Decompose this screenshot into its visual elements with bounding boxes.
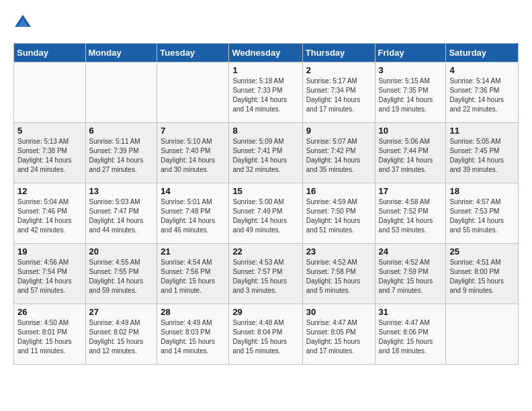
calendar-cell: 31Sunrise: 4:47 AM Sunset: 8:06 PM Dayli… (375, 304, 446, 365)
calendar-cell: 10Sunrise: 5:06 AM Sunset: 7:44 PM Dayli… (375, 123, 446, 183)
day-detail: Sunrise: 5:14 AM Sunset: 7:36 PM Dayligh… (449, 77, 515, 114)
calendar-table: SundayMondayTuesdayWednesdayThursdayFrid… (13, 43, 519, 365)
calendar-cell: 11Sunrise: 5:05 AM Sunset: 7:45 PM Dayli… (446, 123, 519, 183)
day-detail: Sunrise: 4:58 AM Sunset: 7:52 PM Dayligh… (379, 197, 443, 235)
day-number: 10 (379, 126, 443, 136)
day-detail: Sunrise: 5:01 AM Sunset: 7:48 PM Dayligh… (161, 197, 225, 235)
day-detail: Sunrise: 4:48 AM Sunset: 8:04 PM Dayligh… (232, 318, 298, 356)
day-detail: Sunrise: 4:50 AM Sunset: 8:01 PM Dayligh… (17, 318, 82, 356)
day-detail: Sunrise: 5:09 AM Sunset: 7:41 PM Dayligh… (232, 137, 298, 175)
day-detail: Sunrise: 4:49 AM Sunset: 8:02 PM Dayligh… (89, 318, 154, 356)
day-number: 3 (379, 65, 443, 75)
calendar-cell: 14Sunrise: 5:01 AM Sunset: 7:48 PM Dayli… (157, 183, 229, 244)
day-number: 28 (161, 307, 225, 317)
day-number: 6 (89, 126, 154, 136)
day-number: 11 (449, 126, 515, 136)
day-detail: Sunrise: 5:13 AM Sunset: 7:38 PM Dayligh… (17, 137, 82, 175)
day-detail: Sunrise: 4:49 AM Sunset: 8:03 PM Dayligh… (161, 318, 225, 356)
week-row-4: 19Sunrise: 4:56 AM Sunset: 7:54 PM Dayli… (14, 244, 519, 304)
day-number: 4 (449, 65, 515, 75)
day-number: 25 (449, 246, 515, 257)
day-number: 9 (306, 126, 371, 136)
calendar-cell: 5Sunrise: 5:13 AM Sunset: 7:38 PM Daylig… (14, 123, 86, 183)
calendar-cell: 12Sunrise: 5:04 AM Sunset: 7:46 PM Dayli… (14, 183, 86, 244)
day-number: 8 (232, 126, 298, 136)
day-number: 5 (17, 126, 82, 136)
day-detail: Sunrise: 4:59 AM Sunset: 7:50 PM Dayligh… (306, 197, 371, 235)
day-number: 26 (17, 307, 82, 317)
day-detail: Sunrise: 4:53 AM Sunset: 7:57 PM Dayligh… (232, 258, 298, 295)
day-number: 27 (89, 307, 154, 317)
calendar-cell (85, 62, 157, 123)
day-detail: Sunrise: 4:52 AM Sunset: 7:58 PM Dayligh… (306, 258, 371, 295)
day-number: 7 (161, 126, 225, 136)
calendar-cell: 4Sunrise: 5:14 AM Sunset: 7:36 PM Daylig… (446, 62, 519, 123)
calendar-cell: 28Sunrise: 4:49 AM Sunset: 8:03 PM Dayli… (157, 304, 229, 365)
day-number: 17 (379, 186, 443, 196)
calendar-cell: 8Sunrise: 5:09 AM Sunset: 7:41 PM Daylig… (229, 123, 302, 183)
day-number: 30 (306, 307, 371, 317)
day-number: 21 (161, 246, 225, 257)
day-detail: Sunrise: 4:55 AM Sunset: 7:55 PM Dayligh… (89, 258, 154, 295)
calendar-cell: 29Sunrise: 4:48 AM Sunset: 8:04 PM Dayli… (229, 304, 302, 365)
day-detail: Sunrise: 5:15 AM Sunset: 7:35 PM Dayligh… (379, 77, 443, 114)
header-cell-thursday: Thursday (302, 44, 375, 62)
day-number: 14 (161, 186, 225, 196)
header-cell-sunday: Sunday (14, 44, 86, 62)
calendar-cell (157, 62, 229, 123)
day-number: 12 (17, 186, 82, 196)
calendar-cell: 26Sunrise: 4:50 AM Sunset: 8:01 PM Dayli… (14, 304, 86, 365)
day-detail: Sunrise: 5:04 AM Sunset: 7:46 PM Dayligh… (17, 197, 82, 235)
day-number: 19 (17, 246, 82, 257)
day-detail: Sunrise: 4:47 AM Sunset: 8:06 PM Dayligh… (379, 318, 443, 356)
calendar-header: SundayMondayTuesdayWednesdayThursdayFrid… (14, 44, 519, 62)
header-cell-tuesday: Tuesday (157, 44, 229, 62)
calendar-cell: 6Sunrise: 5:11 AM Sunset: 7:39 PM Daylig… (85, 123, 157, 183)
header-cell-monday: Monday (85, 44, 157, 62)
day-detail: Sunrise: 4:52 AM Sunset: 7:59 PM Dayligh… (379, 258, 443, 295)
calendar-cell: 18Sunrise: 4:57 AM Sunset: 7:53 PM Dayli… (446, 183, 519, 244)
calendar-cell: 25Sunrise: 4:51 AM Sunset: 8:00 PM Dayli… (446, 244, 519, 304)
day-number: 2 (306, 65, 371, 75)
day-number: 31 (379, 307, 443, 317)
day-detail: Sunrise: 5:17 AM Sunset: 7:34 PM Dayligh… (306, 77, 371, 114)
calendar-cell: 21Sunrise: 4:54 AM Sunset: 7:56 PM Dayli… (157, 244, 229, 304)
logo-icon (13, 13, 32, 32)
calendar-cell (14, 62, 86, 123)
week-row-3: 12Sunrise: 5:04 AM Sunset: 7:46 PM Dayli… (14, 183, 519, 244)
calendar-cell: 2Sunrise: 5:17 AM Sunset: 7:34 PM Daylig… (302, 62, 375, 123)
day-detail: Sunrise: 5:10 AM Sunset: 7:40 PM Dayligh… (161, 137, 225, 175)
week-row-2: 5Sunrise: 5:13 AM Sunset: 7:38 PM Daylig… (14, 123, 519, 183)
day-detail: Sunrise: 4:54 AM Sunset: 7:56 PM Dayligh… (161, 258, 225, 295)
header-cell-wednesday: Wednesday (229, 44, 302, 62)
day-detail: Sunrise: 5:06 AM Sunset: 7:44 PM Dayligh… (379, 137, 443, 175)
day-number: 22 (232, 246, 298, 257)
calendar-cell: 24Sunrise: 4:52 AM Sunset: 7:59 PM Dayli… (375, 244, 446, 304)
page-header (13, 13, 519, 32)
day-detail: Sunrise: 5:18 AM Sunset: 7:33 PM Dayligh… (232, 77, 298, 114)
day-detail: Sunrise: 4:56 AM Sunset: 7:54 PM Dayligh… (17, 258, 82, 295)
day-detail: Sunrise: 4:51 AM Sunset: 8:00 PM Dayligh… (449, 258, 515, 295)
day-detail: Sunrise: 5:03 AM Sunset: 7:47 PM Dayligh… (89, 197, 154, 235)
calendar-cell: 16Sunrise: 4:59 AM Sunset: 7:50 PM Dayli… (302, 183, 375, 244)
day-number: 1 (232, 65, 298, 75)
calendar-cell: 27Sunrise: 4:49 AM Sunset: 8:02 PM Dayli… (85, 304, 157, 365)
week-row-1: 1Sunrise: 5:18 AM Sunset: 7:33 PM Daylig… (14, 62, 519, 123)
calendar-cell: 19Sunrise: 4:56 AM Sunset: 7:54 PM Dayli… (14, 244, 86, 304)
calendar-cell: 30Sunrise: 4:47 AM Sunset: 8:05 PM Dayli… (302, 304, 375, 365)
day-detail: Sunrise: 4:47 AM Sunset: 8:05 PM Dayligh… (306, 318, 371, 356)
calendar-cell: 3Sunrise: 5:15 AM Sunset: 7:35 PM Daylig… (375, 62, 446, 123)
calendar-cell (446, 304, 519, 365)
day-detail: Sunrise: 5:11 AM Sunset: 7:39 PM Dayligh… (89, 137, 154, 175)
day-number: 23 (306, 246, 371, 257)
day-number: 20 (89, 246, 154, 257)
calendar-cell: 23Sunrise: 4:52 AM Sunset: 7:58 PM Dayli… (302, 244, 375, 304)
day-detail: Sunrise: 5:00 AM Sunset: 7:49 PM Dayligh… (232, 197, 298, 235)
day-detail: Sunrise: 5:07 AM Sunset: 7:42 PM Dayligh… (306, 137, 371, 175)
calendar-cell: 1Sunrise: 5:18 AM Sunset: 7:33 PM Daylig… (229, 62, 302, 123)
header-cell-saturday: Saturday (446, 44, 519, 62)
day-number: 16 (306, 186, 371, 196)
day-number: 15 (232, 186, 298, 196)
day-number: 13 (89, 186, 154, 196)
calendar-cell: 13Sunrise: 5:03 AM Sunset: 7:47 PM Dayli… (85, 183, 157, 244)
